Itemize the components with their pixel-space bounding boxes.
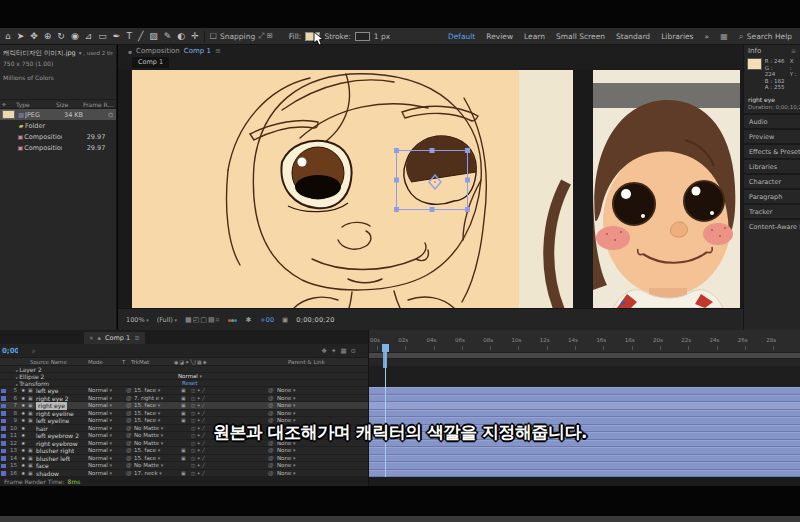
layer-row[interactable]: 14 ★ ▣ blusher left Normal @ 15. face ▣ … bbox=[0, 455, 368, 463]
current-time-display[interactable]: 0;00;00;20 bbox=[2, 347, 18, 355]
layer-switches[interactable]: ◫✦╱ bbox=[191, 410, 206, 418]
project-row[interactable]: ▰ Folder bbox=[0, 120, 116, 131]
layer-switches[interactable]: ◫✦╱ bbox=[191, 447, 206, 455]
composition-canvas[interactable] bbox=[132, 70, 573, 308]
parent-pickwhip-icon[interactable]: @ bbox=[268, 462, 274, 470]
parent-link-dropdown[interactable]: None bbox=[277, 447, 331, 455]
layer-row[interactable]: 8 ★ ▣ right eyeline Normal @ 15. face ▣ … bbox=[0, 410, 368, 418]
panel-menu-icon[interactable] bbox=[791, 47, 796, 55]
panel-menu-icon[interactable] bbox=[215, 47, 221, 55]
blend-mode-dropdown[interactable]: Normal bbox=[88, 387, 112, 395]
track-matte-dropdown[interactable]: 15. face bbox=[134, 410, 178, 418]
playhead-handle[interactable] bbox=[382, 344, 389, 352]
column-mode[interactable]: Mode bbox=[88, 359, 103, 365]
layer-name[interactable]: right eye bbox=[36, 402, 67, 410]
transparency-grid-icon[interactable]: ▦ bbox=[185, 316, 193, 324]
resolution-dropdown[interactable]: (Full) bbox=[157, 316, 177, 324]
blend-mode-dropdown[interactable]: Normal bbox=[88, 462, 112, 470]
collapsed-panel-tab[interactable]: Tracker bbox=[744, 203, 800, 218]
layer-row[interactable]: 15 ★ ▣ face Normal @ No Matte ▣ ◫✦╱ @ No… bbox=[0, 462, 368, 470]
collapsed-panel-tab[interactable]: Paragraph bbox=[744, 188, 800, 203]
close-icon[interactable] bbox=[89, 334, 94, 342]
track-matte-dropdown[interactable]: 15. face bbox=[134, 387, 178, 395]
collapsed-panel-tab[interactable]: Audio bbox=[744, 113, 800, 128]
pickwhip-icon[interactable]: @ bbox=[126, 387, 132, 395]
workspace-tab[interactable]: Learn bbox=[524, 32, 545, 41]
pan-behind-tool-icon[interactable]: ⊿ bbox=[85, 32, 93, 41]
stroke-width-value[interactable]: 1 px bbox=[374, 32, 390, 41]
snapping-checkbox[interactable] bbox=[210, 32, 217, 41]
track-matte-dropdown[interactable]: 7. right e bbox=[134, 395, 178, 403]
blend-mode-dropdown[interactable]: Normal bbox=[88, 447, 112, 455]
matte-toggle-icon[interactable]: ▣ bbox=[181, 395, 186, 403]
exposure-value[interactable]: +00 bbox=[260, 316, 274, 324]
puppet-pin-tool-icon[interactable]: ✛ bbox=[191, 32, 199, 41]
parent-link-dropdown[interactable]: None bbox=[277, 395, 331, 403]
preview-timecode[interactable]: 0;00;00;20 bbox=[296, 316, 335, 324]
clone-stamp-tool-icon[interactable]: ▨ bbox=[149, 32, 158, 41]
pickwhip-icon[interactable]: @ bbox=[126, 462, 132, 470]
panel-menu-icon[interactable] bbox=[134, 334, 139, 342]
rulers-icon[interactable]: ⌗ bbox=[216, 316, 221, 324]
workspace-overflow-icon[interactable]: » bbox=[705, 32, 710, 41]
column-t[interactable]: T bbox=[122, 359, 125, 365]
layer-name[interactable]: blusher right bbox=[36, 447, 74, 455]
parent-link-dropdown[interactable]: None bbox=[277, 387, 331, 395]
column-parent-link[interactable]: Parent & Link bbox=[288, 359, 325, 365]
layer-switches[interactable]: ◫✦╱ bbox=[191, 402, 206, 410]
reset-exposure-icon[interactable]: ✱ bbox=[245, 316, 252, 324]
parent-link-dropdown[interactable]: None bbox=[277, 455, 331, 463]
layer-name[interactable]: blusher left bbox=[36, 455, 70, 463]
matte-toggle-icon[interactable]: ▣ bbox=[181, 447, 186, 455]
stroke-color-swatch[interactable] bbox=[355, 32, 370, 41]
layer-duration-bar[interactable] bbox=[369, 410, 800, 418]
camera-tool-icon[interactable]: ◉ bbox=[71, 32, 79, 41]
parent-pickwhip-icon[interactable]: @ bbox=[268, 455, 274, 463]
layer-name[interactable]: right eyeline bbox=[36, 410, 74, 418]
workspace-tab[interactable]: Standard bbox=[616, 32, 650, 41]
column-type[interactable]: Type bbox=[16, 101, 56, 108]
column-trkmat[interactable]: TrkMat bbox=[131, 359, 149, 365]
guides-icon[interactable]: ▤ bbox=[208, 316, 216, 324]
property-row[interactable]: Layer 2 bbox=[0, 366, 368, 373]
layer-name[interactable]: shadow bbox=[36, 470, 59, 478]
collapsed-panel-tab[interactable]: Character bbox=[744, 173, 800, 188]
column-size[interactable]: Size bbox=[56, 101, 83, 108]
track-matte-dropdown[interactable]: 15. face bbox=[134, 455, 178, 463]
layer-switches[interactable]: ◫✦╱ bbox=[191, 395, 206, 403]
magnification-dropdown[interactable]: 100% bbox=[126, 316, 149, 324]
group-blend-mode[interactable]: Normal bbox=[178, 373, 202, 380]
matte-toggle-icon[interactable]: ▣ bbox=[181, 387, 186, 395]
parent-link-dropdown[interactable]: None bbox=[277, 462, 331, 470]
layer-switches[interactable]: ◫✦╱ bbox=[191, 462, 206, 470]
rectangle-tool-icon[interactable]: ▭ bbox=[98, 32, 107, 41]
collapsed-panel-tab[interactable]: Content-Aware Fill bbox=[744, 218, 800, 233]
blend-mode-dropdown[interactable]: Normal bbox=[88, 402, 112, 410]
parent-link-dropdown[interactable]: None bbox=[277, 410, 331, 418]
layer-row[interactable]: 6 ★ ▣ right eye 2 Normal @ 7. right e ▣ … bbox=[0, 395, 368, 403]
column-framerate[interactable]: Frame R... bbox=[83, 101, 116, 108]
region-of-interest-icon[interactable]: ▢ bbox=[200, 316, 208, 324]
layer-switches[interactable]: ◫✦╱ bbox=[191, 387, 206, 395]
rotate-tool-icon[interactable]: ↻ bbox=[57, 32, 65, 41]
layer-row[interactable]: 7 ★ ▣ right eye Normal @ 15. face ▣ ◫✦╱ … bbox=[0, 402, 368, 410]
timeline-graph-area[interactable]: 00s 02s 04s 06s 08s 10s 12s 14s 16s bbox=[368, 330, 800, 486]
workspace-grid-icon[interactable]: ▦ bbox=[720, 32, 728, 41]
parent-pickwhip-icon[interactable]: @ bbox=[268, 470, 274, 478]
pen-tool-icon[interactable]: ✒ bbox=[113, 32, 121, 41]
composition-panel-header[interactable]: ▪ Composition Comp 1 bbox=[118, 45, 743, 57]
layer-name[interactable]: right eye 2 bbox=[36, 395, 69, 403]
pickwhip-icon[interactable]: @ bbox=[126, 402, 132, 410]
snap-options-icon[interactable]: ⤢ ⊞ bbox=[258, 31, 273, 41]
transform-reset-link[interactable]: Reset bbox=[182, 380, 197, 387]
collapsed-panel-tab[interactable]: Effects & Presets bbox=[744, 143, 800, 158]
home-icon[interactable]: ⌂ bbox=[5, 32, 11, 41]
composition-viewer[interactable] bbox=[118, 69, 743, 308]
zoom-tool-icon[interactable]: ⊕ bbox=[44, 32, 52, 41]
layer-name[interactable]: left eye bbox=[36, 387, 59, 395]
layer-name[interactable]: face bbox=[36, 462, 49, 470]
parent-pickwhip-icon[interactable]: @ bbox=[268, 410, 274, 418]
matte-toggle-icon[interactable]: ▣ bbox=[181, 455, 186, 463]
timeline-view-icons[interactable]: ❖✦▦⊙ bbox=[321, 347, 360, 355]
layer-duration-bar[interactable] bbox=[369, 447, 800, 455]
